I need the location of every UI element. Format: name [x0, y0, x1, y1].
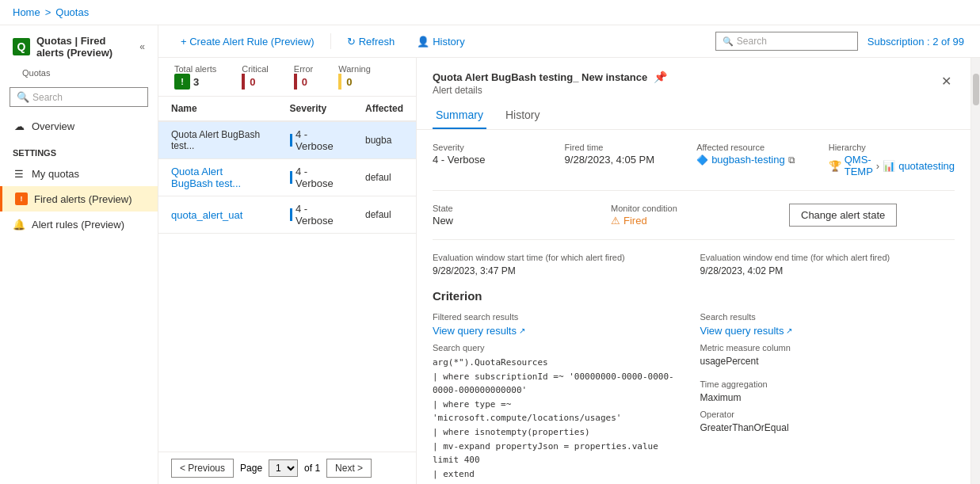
- fired-alerts-icon: !: [15, 192, 28, 205]
- warning-triangle-icon: ⚠: [611, 215, 620, 227]
- fired-time-field: Fired time 9/28/2023, 4:05 PM: [565, 143, 684, 177]
- criterion-section: Criterion Filtered search results View q…: [433, 289, 955, 484]
- table-search-input[interactable]: 🔍 Search: [715, 32, 858, 51]
- hierarchy-field: Hierarchy 🏆 QMS-TEMP › 📊 quotatesting: [829, 143, 955, 177]
- cell-name[interactable]: quota_alert_uat: [158, 196, 277, 234]
- page-label: Page: [240, 463, 262, 474]
- page-of-label: of 1: [304, 463, 320, 474]
- detail-subtitle: Alert details: [433, 83, 938, 96]
- detail-state-row: State New Monitor condition ⚠ Fired: [433, 204, 955, 240]
- cell-severity: 4 - Verbose: [277, 159, 353, 196]
- tab-summary[interactable]: Summary: [433, 102, 486, 129]
- hierarchy-value: 🏆 QMS-TEMP › 📊 quotatesting: [829, 154, 955, 177]
- change-alert-state-button[interactable]: Change alert state: [789, 204, 897, 227]
- refresh-button[interactable]: ↻ Refresh: [341, 32, 402, 51]
- cell-affected: defaul: [353, 196, 416, 234]
- metric-measure-field: Metric measure column usagePercent: [700, 343, 955, 367]
- page-title: Quotas | Fired alerts (Preview): [36, 35, 133, 59]
- sidebar-item-alert-rules[interactable]: 🔔 Alert rules (Preview): [0, 212, 158, 237]
- sidebar-item-label-my-quotas: My quotas: [32, 168, 79, 180]
- sidebar-item-label-alert-rules: Alert rules (Preview): [32, 219, 124, 231]
- hierarchy-quota-icon: 📊: [883, 160, 895, 172]
- table-header-row: Name Severity Affected: [158, 97, 416, 121]
- create-alert-rule-button[interactable]: + Create Alert Rule (Preview): [174, 32, 321, 51]
- critical-bar: [242, 74, 245, 90]
- breadcrumb-sep1: >: [45, 6, 51, 18]
- cell-affected: defaul: [353, 159, 416, 196]
- criterion-left: Filtered search results View query resul…: [433, 312, 688, 484]
- hierarchy-qms-icon: 🏆: [829, 160, 841, 172]
- view-query-results-link-1[interactable]: View query results ↗: [433, 325, 688, 337]
- table-row[interactable]: quota_alert_uat4 - Verbosedefaul: [158, 196, 416, 234]
- filtered-search-field: Filtered search results View query resul…: [433, 312, 688, 337]
- error-alerts-count: Error 0: [294, 64, 313, 90]
- criterion-grid: Filtered search results View query resul…: [433, 312, 955, 484]
- detail-content: Severity 4 - Verbose Fired time 9/28/202…: [417, 130, 970, 484]
- next-button[interactable]: Next >: [326, 459, 372, 478]
- scrollbar-thumb[interactable]: [973, 74, 979, 105]
- time-aggregation-field: Time aggregation Maximum: [700, 379, 955, 403]
- cell-name[interactable]: Quota Alert BugBash test...: [158, 121, 277, 159]
- sidebar-item-fired-alerts[interactable]: ! Fired alerts (Preview): [0, 186, 158, 212]
- eval-grid: Evaluation window start time (for which …: [433, 253, 955, 276]
- sidebar-subtitle: Quotas: [0, 68, 158, 84]
- tab-history[interactable]: History: [502, 102, 543, 129]
- collapse-sidebar-button[interactable]: «: [139, 41, 145, 52]
- cell-severity: 4 - Verbose: [277, 121, 353, 159]
- sidebar-item-my-quotas[interactable]: ☰ My quotas: [0, 161, 158, 186]
- history-button[interactable]: 👤 History: [410, 32, 471, 51]
- eval-start-field: Evaluation window start time (for which …: [433, 253, 688, 276]
- external-link-icon-2: ↗: [786, 326, 792, 335]
- scrollbar[interactable]: [970, 58, 980, 484]
- hierarchy-quota-link[interactable]: quotatesting: [898, 160, 955, 172]
- alerts-summary-bar: Total alerts ! 3 Critical 0: [158, 58, 416, 97]
- detail-panel-header: Quota Alert BugBash testing_ New instanc…: [417, 58, 970, 96]
- cell-severity: 4 - Verbose: [277, 196, 353, 234]
- copy-icon[interactable]: ⧉: [788, 154, 795, 166]
- page-select[interactable]: 1: [269, 459, 298, 477]
- resource-icon: 🔷: [696, 154, 708, 166]
- search-query-value: arg(*").QuotaResources | where subscript…: [433, 356, 688, 484]
- view-query-results-link-2[interactable]: View query results ↗: [700, 325, 955, 337]
- affected-resource-field: Affected resource 🔷 bugbash-testing ⧉: [696, 143, 816, 177]
- eval-end-field: Evaluation window end time (for which al…: [700, 253, 955, 276]
- detail-title-area: Quota Alert BugBash testing_ New instanc…: [433, 71, 938, 96]
- history-icon: 👤: [417, 36, 429, 48]
- col-severity: Severity: [277, 97, 353, 121]
- sidebar-item-overview[interactable]: ☁ Overview: [0, 113, 158, 139]
- alerts-table-container: Name Severity Affected Quota Alert BugBa…: [158, 97, 416, 452]
- hierarchy-qms-link[interactable]: QMS-TEMP: [845, 154, 873, 177]
- sidebar-item-label-overview: Overview: [32, 120, 74, 132]
- toolbar: + Create Alert Rule (Preview) ↻ Refresh …: [158, 25, 980, 58]
- search-icon-2: 🔍: [723, 36, 734, 47]
- breadcrumb-home[interactable]: Home: [13, 6, 40, 18]
- error-bar: [294, 74, 297, 90]
- sidebar-search-input[interactable]: 🔍 Search: [10, 87, 148, 107]
- state-field: State New: [433, 204, 598, 227]
- table-row[interactable]: Quota Alert BugBash test...4 - Verbosebu…: [158, 121, 416, 159]
- hierarchy-sep: ›: [876, 160, 879, 172]
- monitor-condition-field: Monitor condition ⚠ Fired: [611, 204, 776, 227]
- warning-bar: [338, 74, 341, 90]
- search-results-field: Search results View query results ↗: [700, 312, 955, 337]
- pin-icon[interactable]: 📌: [654, 71, 667, 83]
- alerts-table: Name Severity Affected Quota Alert BugBa…: [158, 97, 416, 234]
- affected-resource-link[interactable]: 🔷 bugbash-testing ⧉: [696, 154, 816, 166]
- total-alerts-count: Total alerts ! 3: [174, 64, 216, 90]
- external-link-icon-1: ↗: [519, 326, 525, 335]
- warning-alerts-count: Warning 0: [338, 64, 371, 90]
- search-query-field: Search query arg(*").QuotaResources | wh…: [433, 343, 688, 484]
- table-row[interactable]: Quota Alert BugBash test...4 - Verbosede…: [158, 159, 416, 196]
- col-affected: Affected: [353, 97, 416, 121]
- breadcrumb-current[interactable]: Quotas: [55, 6, 89, 18]
- sidebar-section-settings: Settings: [0, 139, 158, 161]
- toolbar-separator-1: [330, 33, 331, 49]
- col-name: Name: [158, 97, 277, 121]
- detail-tabs: Summary History: [417, 96, 970, 130]
- sidebar-logo-icon: Q: [13, 38, 30, 55]
- close-detail-button[interactable]: ✕: [938, 71, 955, 92]
- previous-button[interactable]: < Previous: [171, 459, 234, 478]
- total-alert-icon: !: [174, 74, 190, 90]
- cell-name[interactable]: Quota Alert BugBash test...: [158, 159, 277, 196]
- criterion-right: Search results View query results ↗ Metr…: [700, 312, 955, 484]
